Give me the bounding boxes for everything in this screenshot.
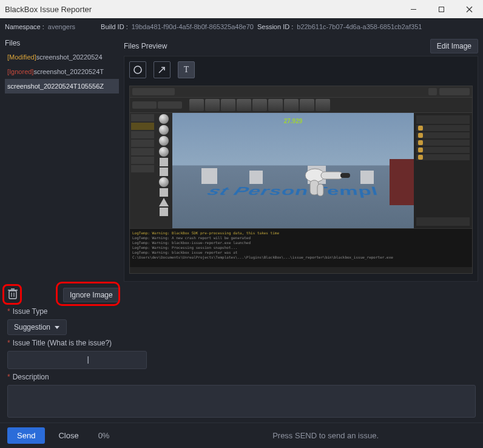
close-icon [466, 6, 473, 13]
file-status-tag: [Ignored] [7, 68, 33, 75]
window-close-button[interactable] [455, 0, 483, 18]
edit-image-button[interactable]: Edit Image [430, 39, 478, 53]
first-person-gun [298, 162, 353, 199]
window-minimize-button[interactable] [399, 0, 427, 18]
file-actions-row: Ignore Image [0, 284, 483, 305]
file-list-item[interactable]: [Modified] screenshot_20220524 [5, 50, 119, 64]
console-line: LogTemp: Warning: blackbox-issue-reporte… [132, 240, 470, 245]
close-button[interactable]: Close [53, 427, 83, 444]
file-list-item[interactable]: screenshot_20220524T105556Z [5, 79, 119, 93]
ue-outliner-panel [414, 113, 472, 228]
minimize-icon [410, 6, 417, 13]
issue-type-select[interactable]: Suggestion [7, 319, 67, 335]
footer-hint: Press SEND to send an issue. [272, 431, 476, 440]
files-panel: Files [Modified] screenshot_20220524[Ign… [0, 35, 121, 284]
svg-rect-11 [317, 184, 323, 196]
send-button[interactable]: Send [7, 427, 45, 444]
circle-icon [133, 65, 143, 75]
console-line: LogTemp: Warning: BlackBox SDK pre-proce… [132, 231, 470, 236]
progress-percent: 0% [98, 431, 110, 440]
footer-bar: Send Close 0% Press SEND to send an issu… [0, 423, 483, 448]
ue-menubar [130, 86, 472, 97]
files-heading: Files [5, 39, 119, 47]
console-line: LogTemp: Warning: A new crash report wil… [132, 236, 470, 240]
annotation-toolbar: T [129, 61, 195, 78]
svg-rect-12 [9, 291, 16, 299]
file-name: screenshot_20220524T [33, 68, 104, 75]
file-status-tag: [Modified] [7, 53, 36, 61]
svg-point-4 [134, 66, 141, 73]
file-name: screenshot_20220524T105556Z [7, 83, 104, 90]
screenshot-content: 27.929 st Person Templ [129, 86, 473, 274]
text-cursor-icon: I [87, 355, 89, 366]
ue-mode-panel [130, 113, 155, 228]
meta-bar: Namespace : avengers Build ID : 19bda481… [0, 18, 483, 35]
delete-image-button[interactable] [7, 288, 18, 302]
trash-icon [7, 288, 18, 300]
svg-rect-9 [340, 173, 350, 178]
build-id-label: Build ID : [101, 23, 128, 30]
text-icon: T [181, 65, 191, 75]
preview-heading: Files Preview [124, 42, 430, 50]
svg-rect-8 [321, 172, 343, 179]
circle-tool[interactable] [129, 61, 146, 78]
ue-toolbar [130, 97, 472, 113]
issue-type-label: *Issue Type [7, 307, 476, 316]
arrow-tool[interactable] [154, 61, 171, 78]
console-line: LogTemp: Warning: blackbox issue reporte… [132, 250, 470, 260]
svg-rect-1 [439, 7, 444, 12]
ue-floor-text: st Person Templ [204, 185, 382, 198]
svg-text:T: T [184, 65, 189, 74]
ue-score-text: 27.929 [284, 118, 303, 124]
files-list: [Modified] screenshot_20220524[Ignored] … [5, 50, 119, 282]
issue-type-value: Suggestion [14, 323, 50, 331]
issue-title-input[interactable]: I [7, 351, 147, 369]
description-label: *Description [7, 373, 476, 381]
session-id-label: Session ID : [257, 23, 293, 30]
description-input[interactable] [7, 385, 476, 418]
window-maximize-button[interactable] [427, 0, 455, 18]
svg-line-5 [159, 67, 164, 73]
ignore-image-button[interactable]: Ignore Image [63, 288, 120, 302]
text-tool[interactable]: T [178, 61, 195, 78]
namespace-value: avengers [48, 23, 75, 30]
title-bar: BlackBox Issue Reporter [0, 0, 483, 18]
maximize-icon [438, 6, 445, 13]
preview-panel: Files Preview Edit Image T [121, 35, 483, 284]
ue-output-log: LogTemp: Warning: BlackBox SDK pre-proce… [130, 228, 472, 273]
window-title: BlackBox Issue Reporter [5, 5, 92, 14]
ue-viewport: 27.929 st Person Templ [172, 113, 414, 228]
session-id-value: b22b611c-7b07-4d6a-a358-6851cb2af351 [297, 23, 422, 30]
build-id-value: 19bda481-f90d-4a5f-8b0f-865325a48e70 [132, 23, 254, 30]
file-name: screenshot_20220524 [36, 53, 103, 61]
issue-title-label: *Issue Title (What is the issue?) [7, 339, 476, 347]
console-line: LogTemp: Warning: Processing session sna… [132, 245, 470, 250]
app-window: BlackBox Issue Reporter Namespace : aven… [0, 0, 483, 448]
issue-form: *Issue Type Suggestion *Issue Title (Wha… [0, 305, 483, 423]
namespace-label: Namespace : [5, 23, 44, 30]
ue-primitive-picker [155, 113, 172, 228]
file-list-item[interactable]: [Ignored] screenshot_20220524T [5, 64, 119, 79]
chevron-down-icon [54, 324, 60, 330]
arrow-icon [157, 65, 167, 75]
preview-canvas: T [124, 56, 478, 282]
svg-marker-17 [55, 326, 59, 329]
